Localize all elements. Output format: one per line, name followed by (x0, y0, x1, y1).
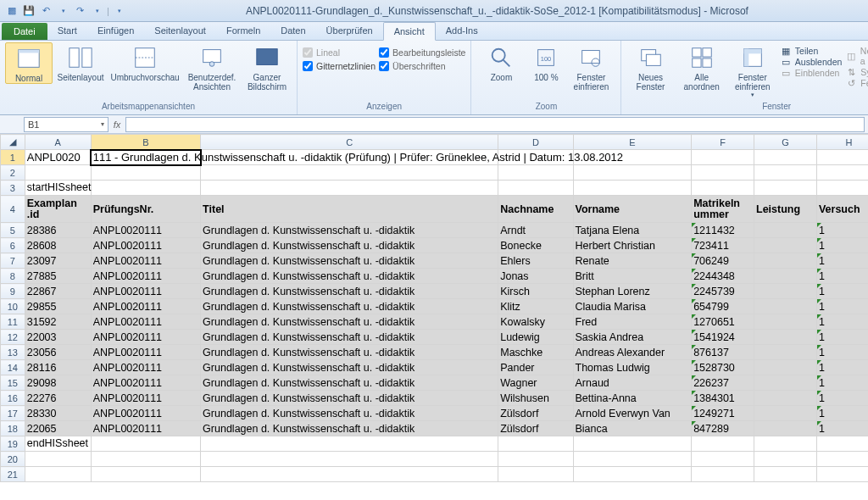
split-button[interactable]: ▦Teilen (780, 46, 842, 56)
freeze-panes-button[interactable]: Fenster einfrieren▾ (729, 42, 776, 98)
cell[interactable] (692, 436, 754, 452)
zoom-button[interactable]: Zoom (476, 42, 526, 82)
cell[interactable] (573, 452, 692, 467)
cell[interactable]: Bianca (573, 421, 692, 436)
cell[interactable]: Leistung (754, 196, 817, 223)
cell[interactable] (754, 452, 817, 467)
cell[interactable] (754, 314, 817, 330)
cell[interactable]: 1 (816, 360, 868, 375)
cell[interactable]: 1 (816, 269, 868, 284)
cell[interactable] (25, 165, 91, 181)
cell[interactable]: 31592 (25, 314, 91, 330)
cell[interactable]: 2245739 (692, 284, 754, 299)
cell[interactable]: Grundlagen d. Kunstwissenschaft u. -dida… (201, 406, 498, 421)
col-header-C[interactable]: C (201, 135, 498, 150)
col-header-H[interactable]: H (816, 135, 868, 150)
tab-daten[interactable]: Daten (270, 22, 315, 40)
view-fullscreen-button[interactable]: Ganzer Bildschirm (242, 42, 292, 92)
row-header[interactable]: 17 (1, 406, 25, 421)
cell[interactable]: 1249271 (692, 406, 754, 421)
cell[interactable]: ANPL0020111 (91, 253, 200, 269)
cell[interactable]: 1 (816, 223, 868, 238)
tab-überprüfen[interactable]: Überprüfen (316, 22, 383, 40)
cell[interactable] (692, 467, 754, 482)
cell[interactable]: Saskia Andrea (573, 330, 692, 345)
cell[interactable]: 28386 (25, 223, 91, 238)
row-header[interactable]: 18 (1, 421, 25, 436)
row-header[interactable]: 13 (1, 345, 25, 360)
fx-icon[interactable]: fx (108, 119, 125, 130)
cell[interactable]: ANPL0020111 (91, 314, 200, 330)
cell[interactable]: 1528730 (692, 360, 754, 375)
cell[interactable] (754, 345, 817, 360)
cell[interactable]: 1 (816, 238, 868, 253)
cell[interactable] (201, 467, 498, 482)
col-header-A[interactable]: A (25, 135, 91, 150)
cell[interactable]: 706249 (692, 253, 754, 269)
cell[interactable]: Titel (201, 196, 498, 223)
cell[interactable] (573, 165, 692, 181)
cell[interactable] (498, 165, 573, 181)
cell[interactable]: Versuch (816, 196, 868, 223)
tab-ansicht[interactable]: Ansicht (383, 22, 436, 41)
cell[interactable] (754, 253, 817, 269)
cell[interactable] (91, 436, 200, 452)
cell[interactable]: Klitz (498, 299, 573, 314)
cell[interactable] (573, 436, 692, 452)
cell[interactable]: ANPL0020111 (91, 269, 200, 284)
cell[interactable] (754, 269, 817, 284)
cell[interactable]: Jonas (498, 269, 573, 284)
cell[interactable]: Andreas Alexander (573, 345, 692, 360)
cell[interactable]: endHISsheet (25, 436, 91, 452)
cell[interactable] (816, 165, 868, 181)
cell[interactable]: Bettina-Anna (573, 391, 692, 406)
cell[interactable] (754, 406, 817, 421)
cell[interactable]: 1211432 (692, 223, 754, 238)
row-header[interactable]: 5 (1, 223, 25, 238)
row-header[interactable]: 10 (1, 299, 25, 314)
cell[interactable]: 654799 (692, 299, 754, 314)
cell[interactable]: Grundlagen d. Kunstwissenschaft u. -dida… (201, 314, 498, 330)
redo-dropdown[interactable] (90, 4, 103, 18)
cell[interactable]: startHISsheet (25, 181, 91, 196)
tab-add-ins[interactable]: Add-Ins (436, 22, 488, 40)
view-page-break-button[interactable]: Umbruchvorschau (108, 42, 181, 82)
redo-icon[interactable]: ↷ (73, 4, 86, 18)
cell[interactable] (816, 150, 868, 165)
view-normal-button[interactable]: Normal (5, 42, 53, 84)
cell[interactable] (91, 452, 200, 467)
cell[interactable] (573, 467, 692, 482)
cell[interactable]: 1541924 (692, 330, 754, 345)
cell[interactable] (816, 452, 868, 467)
cell[interactable]: 28330 (25, 406, 91, 421)
row-header[interactable]: 6 (1, 238, 25, 253)
cell[interactable]: Ehlers (498, 253, 573, 269)
cell[interactable] (692, 150, 754, 165)
save-icon[interactable]: 💾 (22, 4, 36, 18)
cell[interactable] (754, 165, 817, 181)
cell[interactable] (754, 360, 817, 375)
undo-dropdown[interactable] (56, 4, 70, 18)
zoom-100-button[interactable]: 100100 % (529, 42, 563, 82)
cell[interactable]: ANPL0020111 (91, 360, 200, 375)
cell[interactable]: 28608 (25, 238, 91, 253)
cell[interactable]: 1 (816, 391, 868, 406)
cell[interactable]: ANPL0020111 (91, 375, 200, 391)
col-header-G[interactable]: G (754, 135, 817, 150)
cell[interactable]: 1 (816, 375, 868, 391)
col-header-D[interactable]: D (498, 135, 573, 150)
row-header[interactable]: 21 (1, 467, 25, 482)
new-window-button[interactable]: Neues Fenster (626, 42, 674, 92)
cell[interactable]: 22867 (25, 284, 91, 299)
name-box[interactable]: B1▾ (24, 117, 108, 132)
cell[interactable] (692, 181, 754, 196)
cell[interactable]: 723411 (692, 238, 754, 253)
cell[interactable]: Kirsch (498, 284, 573, 299)
cell[interactable]: 226237 (692, 375, 754, 391)
cell[interactable]: ANPL0020111 (91, 330, 200, 345)
cell[interactable]: 1 (816, 299, 868, 314)
col-header-E[interactable]: E (573, 135, 692, 150)
cell[interactable] (754, 284, 817, 299)
cell[interactable]: 22276 (25, 391, 91, 406)
cell[interactable] (816, 181, 868, 196)
